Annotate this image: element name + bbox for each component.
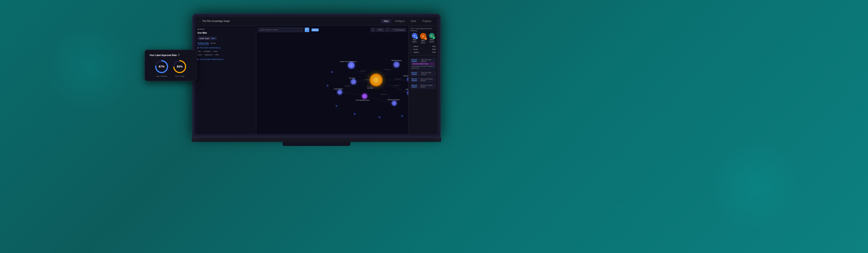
tab-progress[interactable]: Progress [420,19,434,23]
ranking-5-pct: 50% [432,48,436,51]
zoom-out-button[interactable]: − [385,28,390,32]
update-4-label: Recent Update [412,85,421,88]
avatar-name-henry: Henry [430,39,434,40]
avatar-initial-mark: M [422,35,424,37]
second-order-title: ▶ Second-order relationship (2) [197,58,254,60]
first-order-title: ▶ First-order relationship (1) [197,47,254,49]
sidebar: ◀ Back Iron Man Node Type : Film Relatio… [195,26,256,134]
avatar-initial-rina: R [414,35,415,37]
node-leslie[interactable] [337,90,342,95]
rel-tab-relationship[interactable]: Relationship [197,42,209,45]
node-terrence[interactable] [392,101,397,106]
avatar-circle-rina: R 2 [412,33,417,38]
gauge-days-value: 85% [177,65,183,68]
avatar-mark: M 1 Mark NO.1 [420,33,426,43]
gauge-days-label: Last 7 Days [175,75,184,77]
rel-tab-event[interactable]: Event [211,42,216,45]
approval-circles: 87% Last 2 Months 85% Last 7 Days [149,59,192,77]
rank-badge-mark: 1 [424,37,427,40]
ranking-5-name: Kevin [413,48,431,51]
node-avi[interactable] [351,79,356,85]
gauge-months-svg: 87% [154,59,169,74]
update-4-header: Recent Update New user Sophie posted [412,85,434,88]
avatar-henry: H 3 Henry NO.3 [429,33,434,43]
fullscreen-button[interactable]: ⛶ Full Screen [391,28,406,32]
add-it-button[interactable]: Add it [311,28,319,31]
svg-text:Produced: Produced [383,69,390,70]
scene: ← The Film Knowledge Graph View Configur… [0,0,868,253]
search-placeholder: Input Node or Event [260,29,278,31]
svg-text:Starred in: Starred in [364,79,370,80]
tab-build[interactable]: Build [408,19,418,23]
ranking-6-name: James [413,51,431,53]
app-logo: ← The Film Knowledge Graph [199,20,230,22]
node-iron-man[interactable] [370,74,382,86]
tab-view[interactable]: View [381,19,391,23]
app-nav-tabs: View Configure Build Progress [381,19,434,23]
graph-toolbar: Input Node or Event 🔍 Add it + 100% − ⛶ [258,28,406,32]
avatar-circle-henry: H 3 [429,33,434,38]
avatar-name-mark: Mark [421,40,425,41]
gauge-months: 87% Last 2 Months [154,59,169,77]
gauge-months-value: 87% [159,65,164,68]
svg-text:Produced: Produced [366,86,372,87]
node-peripheral-1 [331,71,333,73]
node-peripheral-5 [378,116,381,118]
app-header: ← The Film Knowledge Graph View Configur… [195,17,438,26]
update-2-label: Recent Update [412,72,421,75]
update-3-type: New user Rachel posted [421,78,434,81]
update-1-type: New user Shiv posted [421,59,434,62]
ranking-4-pct: 58% [432,45,436,48]
update-4: Recent Update New user Sophie posted [410,84,436,89]
graph-svg: Starred in Produced Starred in Starred i… [256,26,408,134]
tab-configure[interactable]: Configure [392,19,407,23]
avatar-rank-mark: NO.1 [421,42,426,43]
node-type-label: Node Type : [199,37,210,39]
node-film-release[interactable] [362,94,367,99]
graph-controls: + 100% − ⛶ Full Screen [371,28,407,32]
back-button[interactable]: ◀ Back [197,28,254,30]
right-panel: Last 7 Days Approval Rate Ranking R 2 Ri… [408,26,438,134]
svg-line-9 [365,96,394,104]
svg-text:Produced: Produced [344,85,350,87]
updates-divider [410,55,436,57]
update-4-type: New user Sophie posted [421,85,434,88]
gauge-months-label: Last 2 Months [156,75,167,77]
avatar-rina: R 2 Rina NO.2 [412,33,417,43]
svg-text:Starred in: Starred in [395,78,401,80]
svg-line-8 [340,92,365,96]
ranking-4-num: 4 [410,45,412,48]
search-button[interactable]: 🔍 [305,28,309,32]
update-2-header: Recent Update New user Shiv posted [412,72,434,75]
update-3-label: Recent Update [412,78,421,81]
node-type-value: Film [211,37,215,39]
update-1-text: One user was not sure if 'Iron Man' is e… [412,65,434,69]
avatar-rank-henry: NO.3 [429,41,434,43]
gauge-days-svg: 85% [173,59,187,74]
node-peripheral-3 [336,105,338,107]
ranking-6: 6 James 42% [410,51,436,53]
svg-text:Starred in: Starred in [381,94,386,95]
update-3: Recent Update New user Rachel posted [410,77,436,83]
laptop: ← The Film Knowledge Graph View Configur… [192,13,441,146]
update-1: Recent Update New user Shiv posted Someo… [410,58,436,70]
ranking-5-num: 5 [410,48,412,51]
node-robert-downey[interactable] [348,62,355,69]
svg-text:Starred in: Starred in [360,70,366,72]
ranking-6-num: 6 [410,51,412,53]
bg-glow-1 [45,23,135,113]
update-1-header: Recent Update New user Shiv posted [412,59,434,62]
relationship-tabs: Relationship Event [197,42,254,45]
bg-glow-2 [710,140,800,230]
node-name: Iron Man [197,32,254,34]
zoom-in-button[interactable]: + [371,28,375,32]
update-1-label: Recent Update [412,59,421,62]
rel-item-2: Actor → Starred In → Film [197,53,254,57]
approval-info-icon[interactable]: ⓘ [178,54,180,57]
avatar-rank-rina: NO.2 [412,41,417,43]
update-2: Recent Update New user Shiv posted [410,71,436,76]
node-victoria[interactable] [394,62,399,67]
graph-area: Input Node or Event 🔍 Add it + 100% − ⛶ [256,26,408,134]
ranking-4: 4 Albert 58% [410,45,436,48]
search-input-wrap: Input Node or Event [258,28,303,32]
